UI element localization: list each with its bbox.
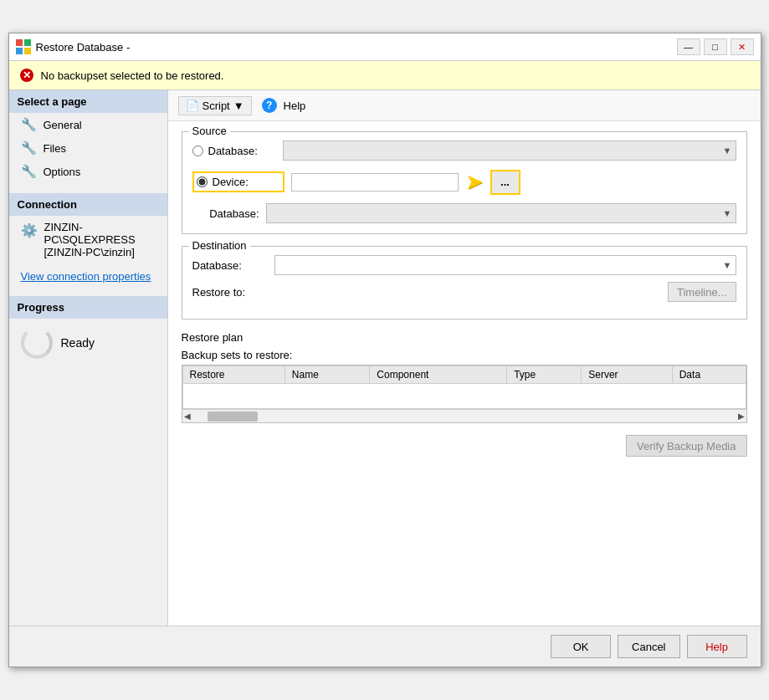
destination-label: Destination: [189, 239, 250, 252]
main-content: Select a page 🔧 General 🔧 Files 🔧 Option…: [9, 90, 761, 626]
database-radio-text: Database:: [208, 145, 258, 157]
dest-database-combo[interactable]: ▼: [274, 255, 736, 275]
cancel-button[interactable]: Cancel: [618, 635, 679, 658]
col-restore: Restore: [182, 366, 285, 384]
general-icon: 🔧: [21, 117, 37, 132]
scroll-thumb[interactable]: [208, 411, 258, 422]
browse-button[interactable]: ...: [490, 170, 520, 195]
device-radio[interactable]: [197, 176, 208, 187]
device-radio-text: Device:: [213, 176, 249, 188]
connection-section: Connection ⚙️ ZINZIN-PC\SQLEXPRESS [ZINZ…: [9, 193, 167, 289]
table-row-empty: [182, 384, 746, 409]
database-radio-label[interactable]: Database:: [192, 145, 276, 157]
restore-plan-title: Restore plan: [182, 331, 747, 344]
main-window: Restore Database - — □ ✕ ✕ No backupset …: [8, 33, 761, 667]
view-connection-link[interactable]: View connection properties: [21, 270, 156, 283]
dest-database-row: Database: ▼: [192, 255, 736, 275]
svg-text:✕: ✕: [23, 69, 31, 81]
col-component: Component: [370, 366, 507, 384]
connection-header: Connection: [9, 193, 167, 216]
timeline-button[interactable]: Timeline...: [668, 282, 736, 302]
horizontal-scrollbar[interactable]: ◀ ▶: [182, 409, 746, 422]
col-data: Data: [672, 366, 746, 384]
progress-header: Progress: [9, 296, 167, 319]
db-dest-row: Database: ▼: [192, 203, 736, 223]
connection-info: ⚙️ ZINZIN-PC\SQLEXPRESS [ZINZIN-PC\zinzi…: [9, 216, 167, 263]
device-radio-label[interactable]: Device:: [197, 176, 280, 188]
script-arrow-icon: ▼: [233, 100, 244, 112]
ok-button[interactable]: OK: [551, 635, 611, 658]
progress-section: Progress Ready: [9, 296, 167, 367]
device-selected-box: Device:: [192, 171, 285, 192]
maximize-button[interactable]: □: [704, 38, 727, 55]
restore-plan: Restore plan Backup sets to restore: Res…: [182, 331, 747, 423]
backup-table-container: Restore Name Component Type Server Data: [182, 365, 747, 423]
script-icon: 📄: [186, 100, 199, 112]
scroll-left-icon[interactable]: ◀: [184, 411, 191, 421]
progress-spinner: [21, 327, 53, 359]
connection-user: [ZINZIN-PC\zinzin]: [44, 246, 156, 258]
ready-label: Ready: [61, 336, 95, 350]
progress-inner: Ready: [9, 319, 167, 367]
database-radio[interactable]: [192, 146, 203, 156]
dest-database-label: Database:: [192, 259, 268, 272]
backup-table: Restore Name Component Type Server Data: [182, 365, 746, 409]
right-panel: 📄 Script ▼ ? Help Source: [168, 90, 761, 626]
svg-rect-0: [16, 39, 23, 46]
verify-backup-button[interactable]: Verify Backup Media: [626, 435, 747, 457]
connection-details: ZINZIN-PC\SQLEXPRESS [ZINZIN-PC\zinzin]: [44, 221, 156, 258]
script-label: Script: [203, 100, 230, 112]
sidebar-item-general[interactable]: 🔧 General: [9, 113, 167, 136]
database-radio-row: Database: ▼: [192, 141, 736, 161]
sidebar: Select a page 🔧 General 🔧 Files 🔧 Option…: [9, 90, 168, 626]
col-server: Server: [582, 366, 672, 384]
connection-icon: ⚙️: [21, 222, 38, 238]
error-bar: ✕ No backupset selected to be restored.: [9, 61, 761, 90]
help-circle-icon: ?: [262, 98, 277, 113]
sidebar-item-options[interactable]: 🔧 Options: [9, 160, 167, 183]
restore-to-row: Restore to: Timeline...: [192, 282, 736, 302]
col-name: Name: [285, 366, 370, 384]
error-icon: ✕: [19, 68, 34, 83]
device-input-area: ➤ ...: [291, 169, 736, 195]
db-dest-combo-arrow-icon: ▼: [723, 208, 732, 218]
svg-rect-3: [24, 48, 31, 54]
select-page-header: Select a page: [9, 90, 167, 113]
app-icon: [16, 39, 31, 54]
error-message: No backupset selected to be restored.: [41, 69, 224, 82]
sidebar-label-files: Files: [44, 142, 66, 155]
window-controls: — □ ✕: [677, 38, 754, 55]
database-combo[interactable]: ▼: [283, 141, 736, 161]
options-icon: 🔧: [21, 164, 37, 179]
svg-rect-2: [16, 48, 23, 54]
script-button[interactable]: 📄 Script ▼: [178, 96, 252, 115]
source-section: Source Database: ▼: [182, 131, 747, 234]
scroll-right-icon[interactable]: ▶: [738, 411, 745, 421]
source-label: Source: [189, 125, 230, 137]
svg-rect-1: [24, 39, 31, 46]
database-combo-arrow-icon: ▼: [723, 146, 732, 156]
yellow-arrow-icon: ➤: [465, 169, 484, 195]
sidebar-label-general: General: [44, 119, 82, 131]
toolbar: 📄 Script ▼ ? Help: [168, 90, 761, 121]
db-dest-label: Database:: [192, 207, 259, 220]
files-icon: 🔧: [21, 141, 37, 156]
connection-server: ZINZIN-PC\SQLEXPRESS: [44, 221, 156, 246]
db-dest-combo[interactable]: ▼: [266, 203, 736, 223]
close-button[interactable]: ✕: [731, 38, 754, 55]
panel-body: Source Database: ▼: [168, 121, 761, 626]
help-button[interactable]: ? Help: [255, 95, 313, 115]
dest-combo-arrow-icon: ▼: [723, 260, 732, 270]
device-path-input[interactable]: [291, 173, 459, 192]
col-type: Type: [507, 366, 582, 384]
destination-section: Destination Database: ▼ Restore to: Time…: [182, 246, 747, 319]
title-bar: Restore Database - — □ ✕: [9, 33, 761, 61]
restore-to-label: Restore to:: [192, 286, 268, 299]
window-title: Restore Database -: [36, 41, 131, 54]
sidebar-item-files[interactable]: 🔧 Files: [9, 136, 167, 160]
device-radio-row: Device: ➤ ...: [192, 169, 736, 195]
dialog-footer: OK Cancel Help: [9, 626, 761, 667]
minimize-button[interactable]: —: [677, 38, 700, 55]
sidebar-label-options: Options: [44, 166, 81, 178]
help-footer-button[interactable]: Help: [687, 635, 747, 658]
